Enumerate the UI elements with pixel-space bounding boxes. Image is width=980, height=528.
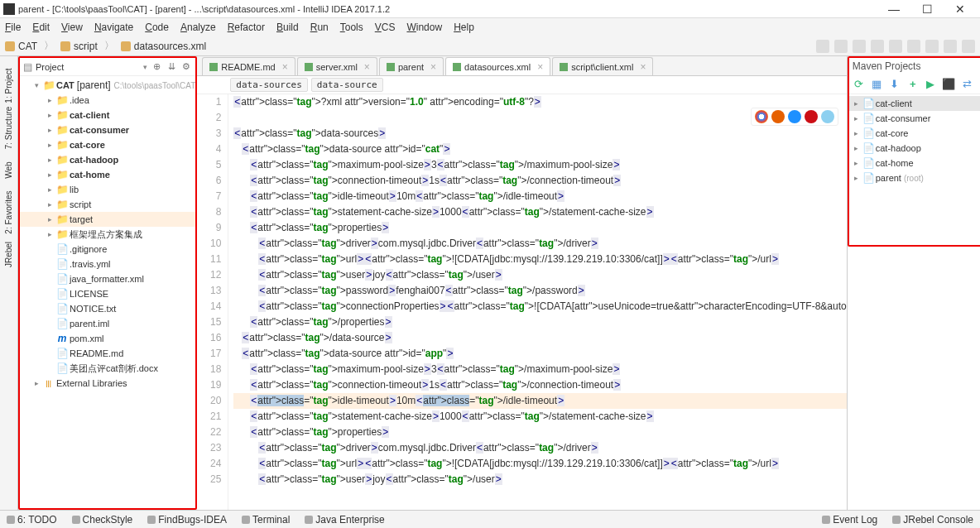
code-line[interactable]: <attr">class="tag">statement-cache-size>… bbox=[233, 204, 846, 220]
code-lines[interactable]: <attr">class="tag">?xml attr">version="1… bbox=[228, 94, 846, 510]
breadcrumb-item[interactable]: script bbox=[74, 41, 98, 52]
breadcrumb-item[interactable]: CAT bbox=[18, 41, 37, 52]
dropdown-icon[interactable]: ▾ bbox=[143, 63, 147, 71]
code-line[interactable]: <attr">class="tag">maximum-pool-size>3<a… bbox=[233, 157, 846, 173]
code-editor[interactable]: 1234567891011121314151617181920212223242… bbox=[197, 94, 846, 510]
code-line[interactable]: <attr">class="tag">connection-timeout>1s… bbox=[233, 173, 846, 189]
code-line[interactable]: <attr">class="tag">connection-timeout>1s… bbox=[233, 377, 846, 393]
menu-vcs[interactable]: VCS bbox=[375, 22, 396, 33]
tree-item[interactable]: ▸📁cat-consumer bbox=[20, 122, 195, 137]
toggle-icon[interactable]: ⇄ bbox=[960, 78, 973, 91]
tool-button[interactable]: JRebel bbox=[4, 242, 13, 267]
tree-item[interactable]: ▸📁框架埋点方案集成 bbox=[20, 227, 195, 242]
search-icon[interactable] bbox=[962, 40, 975, 53]
execute-icon[interactable]: ⬛ bbox=[942, 78, 955, 91]
code-line[interactable]: <attr">class="tag">data-sources> bbox=[233, 126, 846, 142]
editor-tab[interactable]: README.md× bbox=[202, 57, 295, 75]
close-icon[interactable]: × bbox=[430, 61, 436, 73]
code-line[interactable]: <attr">class="tag">data-source attr">id=… bbox=[233, 346, 846, 362]
toolbar-button[interactable] bbox=[816, 40, 829, 53]
close-icon[interactable]: × bbox=[537, 61, 543, 73]
code-line[interactable]: <attr">class="tag">data-source attr">id=… bbox=[233, 142, 846, 157]
toolbar-button[interactable] bbox=[889, 40, 902, 53]
menu-analyze[interactable]: Analyze bbox=[180, 22, 216, 33]
tree-item[interactable]: 📄NOTICE.txt bbox=[20, 301, 195, 316]
code-line[interactable]: <attr">class="tag">url><attr">class="tag… bbox=[233, 456, 846, 472]
menu-view[interactable]: View bbox=[61, 22, 83, 33]
tool-button[interactable]: 1: Project bbox=[4, 68, 13, 103]
tree-item[interactable]: 📄parent.iml bbox=[20, 316, 195, 331]
tree-item[interactable]: 📄LICENSE bbox=[20, 286, 195, 301]
code-line[interactable]: <attr">class="tag">user>joy<attr">class=… bbox=[233, 472, 846, 487]
editor-tab[interactable]: datasources.xml× bbox=[445, 57, 550, 75]
code-line[interactable]: <attr">class="tag">connectionProperties>… bbox=[233, 299, 846, 314]
project-root[interactable]: ▾📁CAT [parent]C:\tools\paasTool\CAT bbox=[20, 78, 195, 93]
toolbar-button[interactable] bbox=[871, 40, 884, 53]
locate-icon[interactable]: ⊕ bbox=[151, 61, 162, 73]
tree-item[interactable]: ▸📁cat-hadoop bbox=[20, 152, 195, 167]
editor-tab[interactable]: server.xml× bbox=[297, 57, 377, 75]
run-icon[interactable]: ▶ bbox=[925, 78, 938, 91]
menu-run[interactable]: Run bbox=[310, 22, 329, 33]
tree-item[interactable]: 📄java_formatter.xml bbox=[20, 271, 195, 286]
breadcrumb-item[interactable]: datasources.xml bbox=[134, 41, 206, 52]
close-icon[interactable]: × bbox=[364, 61, 370, 73]
menu-edit[interactable]: Edit bbox=[32, 22, 50, 33]
bc-item[interactable]: data-source bbox=[311, 78, 383, 92]
tree-item[interactable]: 📄README.md bbox=[20, 346, 195, 361]
browser-icons[interactable] bbox=[751, 108, 838, 126]
toolbar-button[interactable] bbox=[907, 40, 920, 53]
bottom-tool[interactable]: CheckStyle bbox=[72, 514, 133, 526]
firefox-icon[interactable] bbox=[771, 110, 785, 123]
opera-icon[interactable] bbox=[805, 110, 818, 123]
tree-item[interactable]: ▸📁.idea bbox=[20, 93, 195, 108]
toolbar-button[interactable] bbox=[834, 40, 848, 53]
maven-item[interactable]: ▸📄cat-client bbox=[849, 96, 980, 111]
code-line[interactable]: <attr">class="tag">idle-timeout>10m<attr… bbox=[233, 189, 846, 204]
menu-refactor[interactable]: Refactor bbox=[228, 22, 265, 33]
tree-item[interactable]: ▸📁target bbox=[20, 212, 195, 227]
gear-icon[interactable]: ⚙ bbox=[180, 61, 192, 73]
ie-icon[interactable] bbox=[821, 110, 834, 123]
add-icon[interactable]: + bbox=[906, 78, 920, 91]
tree-item[interactable]: 📄美团点评cat剖析.docx bbox=[20, 361, 195, 376]
code-line[interactable]: <attr">class="tag">driver>com.mysql.jdbc… bbox=[233, 440, 846, 456]
toolbar-button[interactable] bbox=[853, 40, 866, 53]
tree-item[interactable]: ▸📁cat-home bbox=[20, 167, 195, 182]
close-icon[interactable]: × bbox=[282, 61, 288, 73]
maven-item[interactable]: ▸📄cat-home bbox=[849, 156, 980, 170]
menu-code[interactable]: Code bbox=[145, 22, 169, 33]
code-line[interactable]: <attr">class="tag">idle-timeout>10m<attr… bbox=[233, 393, 846, 409]
code-line[interactable]: <attr">class="tag">properties> bbox=[233, 425, 846, 440]
toolbar-button[interactable] bbox=[925, 40, 939, 53]
project-tree[interactable]: ▾📁CAT [parent]C:\tools\paasTool\CAT▸📁.id… bbox=[20, 76, 195, 508]
bottom-tool[interactable]: JRebel Console bbox=[892, 514, 973, 526]
code-line[interactable]: <attr">class="tag">maximum-pool-size>3<a… bbox=[233, 362, 846, 377]
reimport-icon[interactable]: ⟳ bbox=[853, 78, 866, 91]
safari-icon[interactable] bbox=[788, 110, 801, 123]
bottom-tool[interactable]: Terminal bbox=[242, 514, 290, 526]
code-line[interactable]: <attr">class="tag">url><attr">class="tag… bbox=[233, 252, 846, 267]
menu-tools[interactable]: Tools bbox=[340, 22, 363, 33]
tool-button[interactable]: 2: Favorites bbox=[4, 190, 13, 233]
menu-file[interactable]: File bbox=[5, 22, 21, 33]
menu-build[interactable]: Build bbox=[276, 22, 299, 33]
bottom-tool[interactable]: 6: TODO bbox=[7, 514, 57, 526]
tree-item[interactable]: 📄.gitignore bbox=[20, 242, 195, 257]
code-line[interactable]: <attr">class="tag">user>joy<attr">class=… bbox=[233, 267, 846, 283]
tree-item[interactable]: ▸📁cat-client bbox=[20, 108, 195, 122]
tree-item[interactable]: 📄.travis.yml bbox=[20, 257, 195, 271]
collapse-icon[interactable]: ⇊ bbox=[166, 61, 177, 73]
tool-button[interactable]: Web bbox=[4, 161, 13, 178]
external-libraries[interactable]: ▸⫼External Libraries bbox=[20, 376, 195, 391]
menu-help[interactable]: Help bbox=[454, 22, 474, 33]
maven-item[interactable]: ▸📄cat-hadoop bbox=[849, 141, 980, 156]
code-line[interactable]: <attr">class="tag">password>fenghai007<a… bbox=[233, 283, 846, 299]
close-icon[interactable]: × bbox=[640, 61, 646, 73]
code-line[interactable]: <attr">class="tag">/data-source> bbox=[233, 330, 846, 346]
maven-item[interactable]: ▸📄parent(root) bbox=[849, 170, 980, 185]
download-icon[interactable]: ⬇ bbox=[888, 78, 901, 91]
maven-tree[interactable]: ▸📄cat-client▸📄cat-consumer▸📄cat-core▸📄ca… bbox=[849, 94, 980, 187]
code-line[interactable]: <attr">class="tag">/properties> bbox=[233, 314, 846, 330]
tool-button[interactable]: 7: Structure bbox=[4, 107, 13, 150]
